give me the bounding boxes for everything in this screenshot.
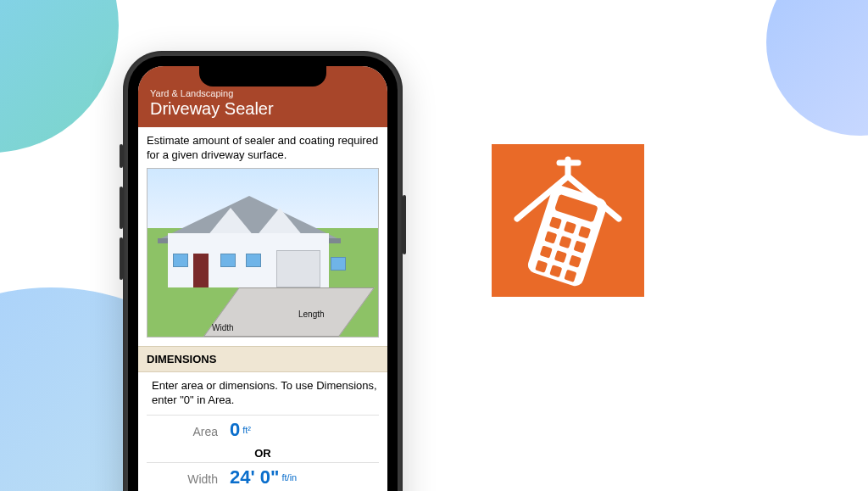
dimension-width-label: Width bbox=[212, 323, 234, 332]
area-unit: ft² bbox=[240, 425, 251, 435]
area-label: Area bbox=[148, 425, 230, 438]
width-unit: ft/in bbox=[279, 472, 297, 483]
dimensions-heading: DIMENSIONS bbox=[138, 346, 387, 372]
app-icon bbox=[492, 144, 644, 297]
breadcrumb[interactable]: Yard & Landscaping bbox=[150, 88, 376, 98]
dimension-length-label: Length bbox=[298, 310, 325, 319]
house-calculator-icon bbox=[500, 153, 636, 288]
app-body: Estimate amount of sealer and coating re… bbox=[138, 127, 387, 491]
phone-mute-switch bbox=[120, 144, 123, 168]
or-divider: OR bbox=[147, 444, 379, 462]
phone-volume-down bbox=[120, 237, 123, 280]
area-row[interactable]: Area 0 ft² bbox=[147, 415, 379, 444]
phone-power-button bbox=[403, 195, 406, 254]
bg-blob-top-left bbox=[0, 0, 119, 153]
driveway-illustration: Width Length bbox=[147, 168, 379, 338]
phone-notch bbox=[199, 66, 326, 86]
bg-blob-top-right bbox=[766, 0, 868, 136]
phone-screen: Yard & Landscaping Driveway Sealer Estim… bbox=[138, 66, 387, 491]
description-text: Estimate amount of sealer and coating re… bbox=[147, 134, 379, 163]
width-label: Width bbox=[148, 472, 230, 486]
area-value: 0 bbox=[230, 419, 240, 441]
dimensions-help-text: Enter area or dimensions. To use Dimensi… bbox=[147, 372, 379, 415]
width-value: 24' 0" bbox=[230, 466, 279, 488]
page-title: Driveway Sealer bbox=[150, 99, 376, 119]
width-row[interactable]: Width 24' 0" ft/in bbox=[147, 462, 379, 491]
phone-volume-up bbox=[120, 187, 123, 229]
phone-frame: Yard & Landscaping Driveway Sealer Estim… bbox=[123, 51, 403, 491]
